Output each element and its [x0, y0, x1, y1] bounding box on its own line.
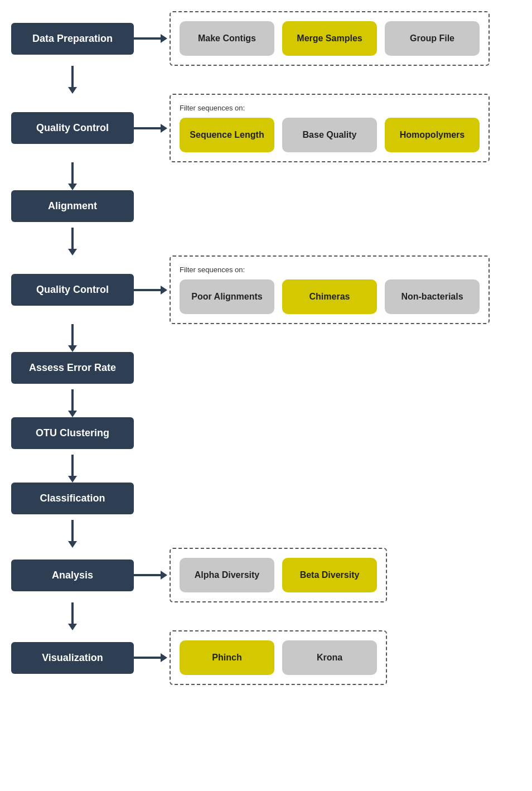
sub-step-quality-control-1-1[interactable]: Base Quality: [282, 118, 377, 152]
side-box-quality-control-2: Filter sequences on:Poor AlignmentsChime…: [170, 255, 490, 324]
sub-step-quality-control-2-2[interactable]: Non-bacterials: [385, 279, 480, 314]
sub-step-data-preparation-2[interactable]: Group File: [385, 21, 480, 56]
sub-step-analysis-1[interactable]: Beta Diversity: [282, 558, 377, 592]
side-box-quality-control-1: Filter sequences on:Sequence LengthBase …: [170, 94, 490, 162]
sub-step-quality-control-1-2[interactable]: Homopolymers: [385, 118, 480, 152]
sub-step-quality-control-2-0[interactable]: Poor Alignments: [180, 279, 274, 314]
sub-step-analysis-0[interactable]: Alpha Diversity: [180, 558, 274, 592]
horizontal-connector-quality-control-1: [134, 127, 162, 129]
sub-items-analysis: Alpha DiversityBeta Diversity: [180, 558, 377, 592]
step-data-preparation[interactable]: Data Preparation: [11, 23, 134, 55]
flowchart: Data PreparationMake ContigsMerge Sample…: [0, 0, 532, 702]
step-row-analysis: AnalysisAlpha DiversityBeta Diversity: [11, 548, 521, 602]
side-box-label-quality-control-2: Filter sequences on:: [180, 266, 480, 274]
step-assess-error-rate[interactable]: Assess Error Rate: [11, 352, 134, 384]
step-row-assess-error-rate: Assess Error Rate: [11, 352, 521, 384]
sub-step-visualization-1[interactable]: Krona: [282, 640, 377, 675]
horizontal-connector-visualization: [134, 657, 162, 659]
side-box-data-preparation: Make ContigsMerge SamplesGroup File: [170, 11, 490, 66]
vertical-connector: [71, 324, 74, 346]
step-otu-clustering[interactable]: OTU Clustering: [11, 417, 134, 449]
sub-items-quality-control-2: Poor AlignmentsChimerasNon-bacterials: [180, 279, 480, 314]
sub-step-data-preparation-1[interactable]: Merge Samples: [282, 21, 377, 56]
side-box-label-quality-control-1: Filter sequences on:: [180, 104, 480, 112]
vertical-connector: [71, 228, 74, 250]
sub-items-data-preparation: Make ContigsMerge SamplesGroup File: [180, 21, 480, 56]
step-quality-control-1[interactable]: Quality Control: [11, 112, 134, 144]
step-row-visualization: VisualizationPhinchKrona: [11, 630, 521, 685]
vertical-connector: [71, 162, 74, 185]
step-row-classification: Classification: [11, 483, 521, 514]
step-row-quality-control-2: Quality ControlFilter sequences on:Poor …: [11, 255, 521, 324]
horizontal-connector-analysis: [134, 574, 162, 576]
sub-step-quality-control-1-0[interactable]: Sequence Length: [180, 118, 274, 152]
vertical-connector: [71, 455, 74, 477]
step-row-alignment: Alignment: [11, 190, 521, 222]
step-row-data-preparation: Data PreparationMake ContigsMerge Sample…: [11, 11, 521, 66]
vertical-connector: [71, 602, 74, 625]
vertical-connector: [71, 66, 74, 88]
horizontal-connector-data-preparation: [134, 37, 162, 40]
sub-items-visualization: PhinchKrona: [180, 640, 377, 675]
step-classification[interactable]: Classification: [11, 483, 134, 514]
side-box-visualization: PhinchKrona: [170, 630, 387, 685]
sub-step-data-preparation-0[interactable]: Make Contigs: [180, 21, 274, 56]
step-quality-control-2[interactable]: Quality Control: [11, 274, 134, 306]
step-row-quality-control-1: Quality ControlFilter sequences on:Seque…: [11, 94, 521, 162]
sub-step-visualization-0[interactable]: Phinch: [180, 640, 274, 675]
vertical-connector: [71, 389, 74, 412]
step-alignment[interactable]: Alignment: [11, 190, 134, 222]
sub-items-quality-control-1: Sequence LengthBase QualityHomopolymers: [180, 118, 480, 152]
side-box-analysis: Alpha DiversityBeta Diversity: [170, 548, 387, 602]
step-analysis[interactable]: Analysis: [11, 560, 134, 591]
vertical-connector: [71, 520, 74, 542]
sub-step-quality-control-2-1[interactable]: Chimeras: [282, 279, 377, 314]
horizontal-connector-quality-control-2: [134, 289, 162, 291]
step-visualization[interactable]: Visualization: [11, 642, 134, 674]
step-row-otu-clustering: OTU Clustering: [11, 417, 521, 449]
